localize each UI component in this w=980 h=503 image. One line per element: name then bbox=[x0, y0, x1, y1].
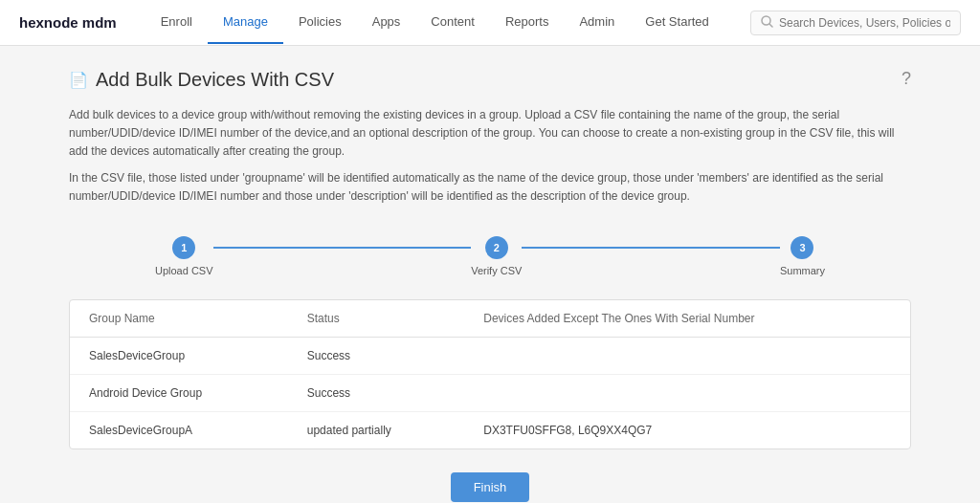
step-line-1 bbox=[213, 247, 472, 249]
step-3-label: Summary bbox=[780, 265, 825, 276]
file-csv-icon: 📄 bbox=[69, 71, 88, 89]
step-1-circle: 1 bbox=[172, 236, 195, 259]
page-header: 📄 Add Bulk Devices With CSV bbox=[69, 69, 902, 91]
cell-group-name: SalesDeviceGroup bbox=[70, 337, 288, 374]
cell-group-name: Android Device Group bbox=[70, 374, 288, 411]
cell-status: updated partially bbox=[288, 411, 465, 448]
cell-group-name: SalesDeviceGroupA bbox=[70, 411, 288, 448]
svg-line-1 bbox=[769, 24, 772, 27]
description-text-1: Add bulk devices to a device group with/… bbox=[69, 106, 911, 162]
search-bar[interactable] bbox=[750, 11, 961, 35]
nav-apps[interactable]: Apps bbox=[357, 1, 416, 44]
step-line-2 bbox=[522, 247, 780, 249]
actions-bar: Finish bbox=[69, 472, 911, 502]
nav-admin[interactable]: Admin bbox=[564, 1, 630, 44]
col-devices: Devices Added Except The Ones With Seria… bbox=[464, 300, 910, 338]
nav-content[interactable]: Content bbox=[415, 1, 490, 44]
nav-policies[interactable]: Policies bbox=[283, 1, 357, 44]
stepper: 1 Upload CSV 2 Verify CSV 3 Summary bbox=[69, 236, 911, 276]
finish-button[interactable]: Finish bbox=[451, 472, 530, 502]
table-header-row: Group Name Status Devices Added Except T… bbox=[70, 300, 910, 338]
nav-get-started[interactable]: Get Started bbox=[630, 1, 724, 44]
table-row: SalesDeviceGroup Success bbox=[70, 337, 910, 374]
data-table: Group Name Status Devices Added Except T… bbox=[70, 300, 910, 448]
col-status: Status bbox=[288, 300, 465, 338]
help-icon[interactable]: ? bbox=[902, 69, 911, 89]
nav-reports[interactable]: Reports bbox=[490, 1, 565, 44]
table-row: SalesDeviceGroupA updated partially DX3T… bbox=[70, 411, 910, 448]
col-group-name: Group Name bbox=[70, 300, 288, 338]
table-row: Android Device Group Success bbox=[70, 374, 910, 411]
search-input[interactable] bbox=[779, 16, 950, 30]
step-1: 1 Upload CSV bbox=[155, 236, 213, 276]
stepper-row: 1 Upload CSV 2 Verify CSV 3 Summary bbox=[155, 236, 825, 276]
cell-devices bbox=[464, 374, 910, 411]
search-icon bbox=[761, 15, 773, 31]
page-title: Add Bulk Devices With CSV bbox=[96, 69, 334, 91]
nav-manage[interactable]: Manage bbox=[208, 1, 283, 44]
main-content: ? 📄 Add Bulk Devices With CSV Add bulk d… bbox=[31, 46, 949, 503]
cell-devices bbox=[464, 337, 910, 374]
step-2: 2 Verify CSV bbox=[471, 236, 522, 276]
brand-logo: hexnode mdm bbox=[19, 14, 117, 31]
cell-status: Success bbox=[288, 374, 465, 411]
cell-devices: DX3TFU0SFFG8, L6Q9XX4QG7 bbox=[464, 411, 910, 448]
step-3: 3 Summary bbox=[780, 236, 825, 276]
nav-links: Enroll Manage Policies Apps Content Repo… bbox=[145, 1, 750, 44]
step-2-circle: 2 bbox=[485, 236, 508, 259]
nav-enroll[interactable]: Enroll bbox=[145, 1, 208, 44]
data-table-container: Group Name Status Devices Added Except T… bbox=[69, 299, 911, 449]
step-1-label: Upload CSV bbox=[155, 265, 213, 276]
step-2-label: Verify CSV bbox=[471, 265, 522, 276]
cell-status: Success bbox=[288, 337, 465, 374]
step-3-circle: 3 bbox=[791, 236, 813, 259]
navbar: hexnode mdm Enroll Manage Policies Apps … bbox=[0, 0, 980, 46]
description-text-2: In the CSV file, those listed under 'gro… bbox=[69, 169, 911, 206]
